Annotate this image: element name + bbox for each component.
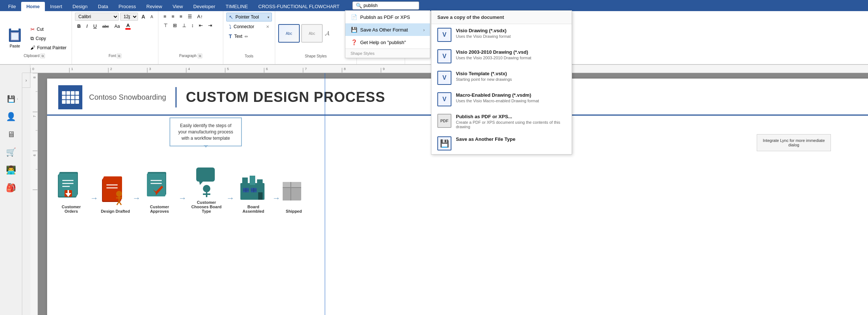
- tab-data[interactable]: Data: [93, 2, 113, 11]
- align-center-button[interactable]: ≡: [169, 13, 177, 20]
- sidebar-save-icon[interactable]: 💾 ›: [3, 91, 19, 107]
- text-tool-button[interactable]: T Text ⇔: [226, 32, 272, 41]
- shape-sample-1[interactable]: Abc: [278, 24, 300, 43]
- shape-sample-2[interactable]: Abc: [301, 24, 323, 43]
- tab-timeline[interactable]: TIMELINE: [220, 2, 253, 11]
- font-shrink-button[interactable]: A: [148, 14, 155, 20]
- doc-title-divider: [175, 87, 177, 107]
- sidebar-bag-icon[interactable]: 🎒: [3, 180, 19, 196]
- tab-developer[interactable]: Developer: [188, 2, 220, 11]
- sidebar-person-icon[interactable]: 👤: [3, 109, 19, 125]
- svg-rect-54: [196, 168, 215, 182]
- menu-item-get-help[interactable]: ❓ Get Help on "publish": [345, 36, 430, 49]
- step-label-4: Customer Chooses Board Type: [189, 200, 224, 213]
- underline-button[interactable]: U: [91, 23, 99, 30]
- pdf-title: Publish as PDF or XPS...: [456, 114, 566, 119]
- submenu-item-vstx[interactable]: V Visio Template (*.vstx) Starting point…: [431, 67, 572, 89]
- font-label: Font ⧉: [75, 54, 155, 58]
- svg-text:3: 3: [149, 67, 151, 71]
- svg-rect-62: [257, 179, 263, 185]
- font-size-select[interactable]: 12pt.: [120, 13, 138, 21]
- shape-gallery-icon: 𝓐: [325, 30, 329, 37]
- search-icon: 🔍: [356, 3, 362, 9]
- font-grow-button[interactable]: A: [139, 13, 147, 20]
- pointer-icon: ↖: [229, 14, 233, 20]
- svg-rect-60: [242, 178, 248, 185]
- svg-text:9: 9: [383, 67, 385, 71]
- indent-right-button[interactable]: ⇥: [206, 21, 214, 29]
- doc-title: CUSTOM DESIGN PROCESS: [186, 89, 385, 105]
- valign-mid-button[interactable]: ⊞: [171, 21, 179, 29]
- vsdm-title: Macro-Enabled Drawing (*.vsdm): [456, 92, 539, 98]
- search-box[interactable]: 🔍: [352, 1, 419, 10]
- pointer-tool-button[interactable]: ↖ Pointer Tool ▾: [226, 13, 272, 21]
- submenu-arrow-icon: ›: [423, 27, 425, 33]
- left-sidebar: 💾 › 👤 🖥 🛒 👨‍💻 🎒: [0, 73, 22, 315]
- submenu-item-vsdx[interactable]: V Visio Drawing (*.vsdx) Uses the Visio …: [431, 24, 572, 46]
- svg-text:2: 2: [110, 67, 112, 71]
- close-icon[interactable]: ✕: [266, 24, 269, 29]
- panel-toggle[interactable]: ›: [22, 73, 30, 88]
- search-input[interactable]: [364, 3, 412, 8]
- pointer-dropdown-icon[interactable]: ▾: [267, 15, 269, 19]
- company-logo: [58, 85, 82, 109]
- arrow-1: →: [90, 193, 98, 203]
- svg-text:4: 4: [188, 67, 190, 71]
- tab-process[interactable]: Process: [114, 2, 141, 11]
- svg-marker-55: [199, 182, 203, 185]
- tab-review[interactable]: Review: [141, 2, 168, 11]
- connector-button[interactable]: ⤵ Connector ✕: [226, 22, 272, 31]
- italic-button[interactable]: I: [84, 23, 90, 30]
- bold-button[interactable]: B: [75, 23, 83, 30]
- lync-box: Integrate Lync for more immediate dialog: [757, 134, 831, 151]
- copy-button[interactable]: ⧉ Copy: [28, 34, 69, 43]
- step-shipped: Shipped: [283, 175, 305, 213]
- svg-text:6: 6: [33, 154, 36, 156]
- increase-indent-button[interactable]: A↑: [195, 13, 205, 20]
- svg-text:8: 8: [33, 76, 36, 78]
- tab-view[interactable]: View: [167, 2, 188, 11]
- tab-insert[interactable]: Insert: [45, 2, 68, 11]
- step-label-1: Customer Orders: [55, 205, 88, 213]
- tools-group: ↖ Pointer Tool ▾ ⤵ Connector ✕ T Text ⇔ …: [223, 11, 275, 64]
- font-family-select[interactable]: Calibri: [75, 13, 119, 21]
- vertical-ruler: 8 7 6: [30, 73, 38, 315]
- submenu-item-pdf[interactable]: PDF Publish as PDF or XPS... Create a PD…: [431, 110, 572, 133]
- tab-home[interactable]: Home: [21, 2, 45, 11]
- paste-button[interactable]: Paste: [3, 26, 27, 50]
- shape-styles-label: Shape Styles: [278, 54, 354, 58]
- case-button[interactable]: Aa: [112, 23, 122, 30]
- ruler-corner: [22, 65, 30, 73]
- bullets-button[interactable]: ☰: [185, 13, 194, 20]
- tab-file[interactable]: File: [3, 2, 21, 11]
- svg-text:5: 5: [227, 67, 229, 71]
- font-color-button[interactable]: A: [123, 22, 133, 30]
- vsd-desc: Uses the Visio 2003-2010 Drawing format: [456, 56, 531, 60]
- line-spacing-button[interactable]: ↕: [189, 21, 196, 29]
- submenu-item-other[interactable]: 💾 Save as Another File Type: [431, 133, 572, 154]
- tools-label: Tools: [226, 54, 272, 58]
- align-left-button[interactable]: ≡: [161, 13, 169, 20]
- sidebar-screen-icon[interactable]: 🖥: [3, 126, 19, 143]
- shape-styles-group: Abc Abc 𝓐 Shape Styles: [275, 11, 357, 64]
- submenu-item-vsd[interactable]: V Visio 2003-2010 Drawing (*.vsd) Uses t…: [431, 46, 572, 67]
- sidebar-cart-icon[interactable]: 🛒: [3, 144, 19, 160]
- tab-flowchart[interactable]: CROSS-FUNCTIONAL FLOWCHART: [253, 2, 345, 11]
- cut-button[interactable]: ✂ Cut: [28, 25, 69, 33]
- svg-text:6: 6: [266, 67, 268, 71]
- valign-top-button[interactable]: ⊤: [161, 21, 170, 29]
- sidebar-computer-user-icon[interactable]: 👨‍💻: [3, 162, 19, 178]
- company-name: Contoso Snowboarding: [89, 93, 166, 102]
- other-icon: 💾: [437, 136, 451, 150]
- saveas-menu-icon: 💾: [351, 26, 357, 33]
- indent-left-button[interactable]: ⇤: [197, 21, 205, 29]
- format-painter-button[interactable]: 🖌 Format Painter: [28, 44, 69, 52]
- menu-item-publish-pdf[interactable]: 📄 Publish as PDF or XPS: [345, 11, 430, 23]
- valign-bot-button[interactable]: ⊥: [180, 21, 188, 29]
- menu-item-save-as-other[interactable]: 💾 Save As Other Format ›: [345, 23, 430, 36]
- strikethrough-button[interactable]: abc: [100, 23, 111, 29]
- tab-design[interactable]: Design: [68, 2, 93, 11]
- submenu-item-vsdm[interactable]: V Macro-Enabled Drawing (*.vsdm) Uses th…: [431, 89, 572, 110]
- arrow-3: →: [178, 193, 187, 203]
- align-right-button[interactable]: ≡: [177, 13, 185, 20]
